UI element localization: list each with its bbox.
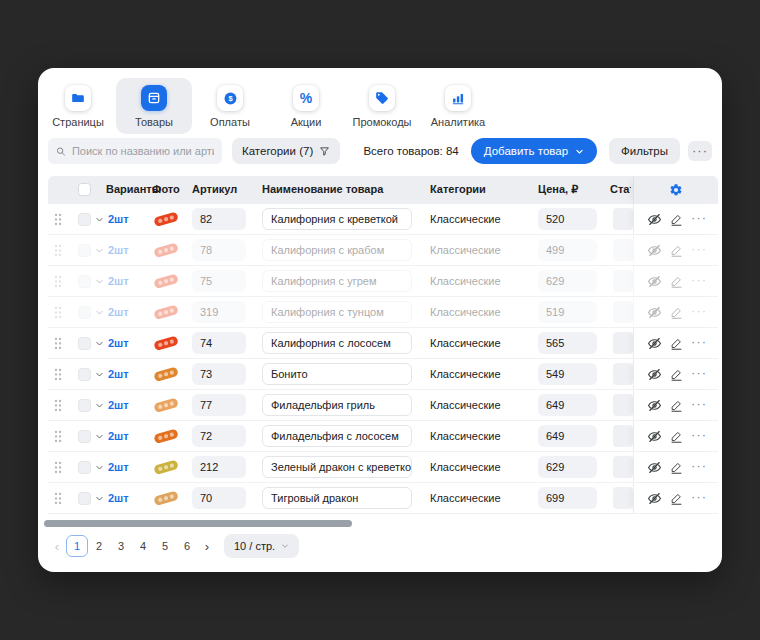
horizontal-scrollbar[interactable] xyxy=(44,520,352,527)
row-more-button[interactable]: ··· xyxy=(691,335,707,348)
status-toggle-partial[interactable] xyxy=(613,425,633,447)
variants-link[interactable]: 2шт xyxy=(108,275,129,287)
page-button-3[interactable]: 3 xyxy=(110,535,132,557)
row-more-button[interactable]: ··· xyxy=(691,366,707,379)
row-checkbox[interactable] xyxy=(78,430,91,443)
status-toggle-partial[interactable] xyxy=(613,332,633,354)
toolbar-more-button[interactable]: ··· xyxy=(688,141,712,161)
column-settings-gear-icon[interactable] xyxy=(669,183,683,197)
product-name-field[interactable]: Калифорния с креветкой xyxy=(262,208,412,230)
hide-eye-off-icon[interactable] xyxy=(647,243,662,258)
chevron-down-icon[interactable] xyxy=(95,215,104,224)
status-toggle-partial[interactable] xyxy=(613,301,633,323)
tab-products[interactable]: Товары xyxy=(116,78,192,134)
prev-page-button[interactable]: ‹ xyxy=(48,535,66,557)
drag-handle-icon[interactable] xyxy=(54,213,62,226)
chevron-down-icon[interactable] xyxy=(95,432,104,441)
status-toggle-partial[interactable] xyxy=(613,208,633,230)
status-toggle-partial[interactable] xyxy=(613,270,633,292)
drag-handle-icon[interactable] xyxy=(54,430,62,443)
price-field[interactable]: 649 xyxy=(538,394,597,416)
status-toggle-partial[interactable] xyxy=(613,394,633,416)
sku-field[interactable]: 77 xyxy=(192,394,246,416)
tab-promocodes[interactable]: Промокоды xyxy=(344,78,420,134)
hide-eye-off-icon[interactable] xyxy=(647,367,662,382)
row-checkbox[interactable] xyxy=(78,337,91,350)
chevron-down-icon[interactable] xyxy=(95,494,104,503)
price-field[interactable]: 565 xyxy=(538,332,597,354)
row-more-button[interactable]: ··· xyxy=(691,273,707,286)
chevron-down-icon[interactable] xyxy=(95,308,104,317)
tab-payments[interactable]: $ Оплаты xyxy=(192,78,268,134)
tab-analytics[interactable]: Аналитика xyxy=(420,78,496,134)
select-all-checkbox[interactable] xyxy=(78,183,91,196)
page-button-6[interactable]: 6 xyxy=(176,535,198,557)
product-name-field[interactable]: Калифорния с тунцом xyxy=(262,301,412,323)
variants-link[interactable]: 2шт xyxy=(108,244,129,256)
row-more-button[interactable]: ··· xyxy=(691,211,707,224)
edit-pencil-icon[interactable] xyxy=(670,430,683,443)
price-field[interactable]: 520 xyxy=(538,208,597,230)
status-toggle-partial[interactable] xyxy=(613,363,633,385)
variants-link[interactable]: 2шт xyxy=(108,461,129,473)
price-field[interactable]: 629 xyxy=(538,456,597,478)
edit-pencil-icon[interactable] xyxy=(670,306,683,319)
page-size-select[interactable]: 10 / стр. xyxy=(224,534,299,558)
row-more-button[interactable]: ··· xyxy=(691,490,707,503)
hide-eye-off-icon[interactable] xyxy=(647,398,662,413)
categories-button[interactable]: Категории (7) xyxy=(232,138,340,164)
variants-link[interactable]: 2шт xyxy=(108,213,129,225)
product-name-field[interactable]: Калифорния с крабом xyxy=(262,239,412,261)
page-button-2[interactable]: 2 xyxy=(88,535,110,557)
hide-eye-off-icon[interactable] xyxy=(647,305,662,320)
hide-eye-off-icon[interactable] xyxy=(647,274,662,289)
product-name-field[interactable]: Филадельфия гриль xyxy=(262,394,412,416)
edit-pencil-icon[interactable] xyxy=(670,399,683,412)
row-more-button[interactable]: ··· xyxy=(691,304,707,317)
row-more-button[interactable]: ··· xyxy=(691,242,707,255)
price-field[interactable]: 519 xyxy=(538,301,597,323)
edit-pencil-icon[interactable] xyxy=(670,337,683,350)
tab-pages[interactable]: Страницы xyxy=(40,78,116,134)
hide-eye-off-icon[interactable] xyxy=(647,212,662,227)
price-field[interactable]: 499 xyxy=(538,239,597,261)
chevron-down-icon[interactable] xyxy=(95,277,104,286)
drag-handle-icon[interactable] xyxy=(54,275,62,288)
row-checkbox[interactable] xyxy=(78,368,91,381)
drag-handle-icon[interactable] xyxy=(54,368,62,381)
variants-link[interactable]: 2шт xyxy=(108,399,129,411)
price-field[interactable]: 629 xyxy=(538,270,597,292)
drag-handle-icon[interactable] xyxy=(54,399,62,412)
variants-link[interactable]: 2шт xyxy=(108,492,129,504)
product-name-field[interactable]: Бонито xyxy=(262,363,412,385)
filters-button[interactable]: Фильтры xyxy=(609,138,680,164)
drag-handle-icon[interactable] xyxy=(54,461,62,474)
edit-pencil-icon[interactable] xyxy=(670,275,683,288)
page-button-5[interactable]: 5 xyxy=(154,535,176,557)
sku-field[interactable]: 74 xyxy=(192,332,246,354)
sku-field[interactable]: 319 xyxy=(192,301,246,323)
status-toggle-partial[interactable] xyxy=(613,456,633,478)
drag-handle-icon[interactable] xyxy=(54,492,62,505)
row-more-button[interactable]: ··· xyxy=(691,428,707,441)
hide-eye-off-icon[interactable] xyxy=(647,429,662,444)
row-more-button[interactable]: ··· xyxy=(691,459,707,472)
row-checkbox[interactable] xyxy=(78,399,91,412)
search-input[interactable] xyxy=(72,145,214,157)
row-checkbox[interactable] xyxy=(78,306,91,319)
next-page-button[interactable]: › xyxy=(198,535,216,557)
edit-pencil-icon[interactable] xyxy=(670,461,683,474)
row-checkbox[interactable] xyxy=(78,213,91,226)
product-name-field[interactable]: Калифорния с угрем xyxy=(262,270,412,292)
price-field[interactable]: 649 xyxy=(538,425,597,447)
add-product-button[interactable]: Добавить товар xyxy=(471,138,597,164)
chevron-down-icon[interactable] xyxy=(95,370,104,379)
chevron-down-icon[interactable] xyxy=(95,246,104,255)
edit-pencil-icon[interactable] xyxy=(670,213,683,226)
price-field[interactable]: 699 xyxy=(538,487,597,509)
sku-field[interactable]: 78 xyxy=(192,239,246,261)
page-button-4[interactable]: 4 xyxy=(132,535,154,557)
row-checkbox[interactable] xyxy=(78,492,91,505)
drag-handle-icon[interactable] xyxy=(54,244,62,257)
status-toggle-partial[interactable] xyxy=(613,239,633,261)
